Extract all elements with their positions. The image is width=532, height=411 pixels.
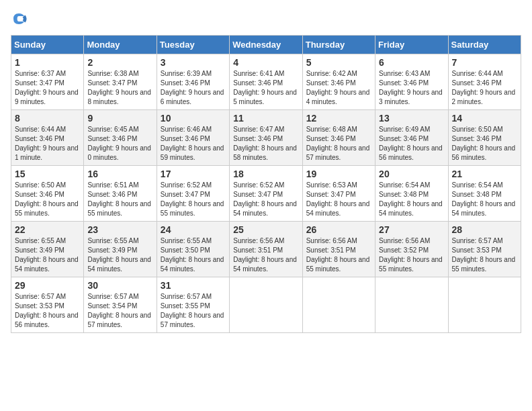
day-number: 13	[379, 113, 444, 124]
day-number: 18	[233, 169, 298, 179]
day-number: 1	[15, 57, 80, 68]
calendar-cell: 5 Sunrise: 6:42 AM Sunset: 3:46 PM Dayli…	[302, 54, 375, 110]
calendar-cell	[230, 277, 302, 333]
calendar-table: SundayMondayTuesdayWednesdayThursdayFrid…	[11, 35, 521, 333]
calendar-cell: 8 Sunrise: 6:44 AM Sunset: 3:46 PM Dayli…	[11, 110, 84, 166]
calendar-cell: 13 Sunrise: 6:49 AM Sunset: 3:46 PM Dayl…	[375, 110, 448, 166]
calendar-cell: 15 Sunrise: 6:50 AM Sunset: 3:46 PM Dayl…	[11, 166, 84, 222]
day-number: 10	[161, 113, 226, 124]
day-number: 7	[452, 57, 517, 68]
calendar-cell: 11 Sunrise: 6:47 AM Sunset: 3:46 PM Dayl…	[230, 110, 302, 166]
day-number: 12	[306, 113, 371, 124]
day-info: Sunrise: 6:46 AM Sunset: 3:46 PM Dayligh…	[161, 125, 226, 163]
day-info: Sunrise: 6:56 AM Sunset: 3:51 PM Dayligh…	[233, 236, 298, 274]
calendar-cell: 1 Sunrise: 6:37 AM Sunset: 3:47 PM Dayli…	[11, 54, 84, 110]
day-number: 26	[306, 224, 371, 235]
day-info: Sunrise: 6:52 AM Sunset: 3:47 PM Dayligh…	[233, 181, 298, 218]
day-number: 15	[15, 169, 80, 179]
calendar-cell: 30 Sunrise: 6:57 AM Sunset: 3:54 PM Dayl…	[84, 277, 157, 333]
day-info: Sunrise: 6:37 AM Sunset: 3:47 PM Dayligh…	[15, 69, 80, 107]
day-number: 21	[452, 169, 517, 179]
calendar-cell	[448, 277, 521, 333]
day-number: 14	[452, 113, 517, 124]
day-number: 17	[161, 169, 226, 179]
calendar-cell: 19 Sunrise: 6:53 AM Sunset: 3:47 PM Dayl…	[302, 166, 375, 222]
day-number: 20	[379, 169, 444, 179]
calendar-cell: 29 Sunrise: 6:57 AM Sunset: 3:53 PM Dayl…	[11, 277, 84, 333]
day-number: 31	[161, 280, 226, 291]
day-number: 8	[15, 113, 80, 124]
day-info: Sunrise: 6:50 AM Sunset: 3:46 PM Dayligh…	[452, 125, 517, 163]
day-info: Sunrise: 6:51 AM Sunset: 3:46 PM Dayligh…	[87, 181, 152, 218]
calendar-week-row: 8 Sunrise: 6:44 AM Sunset: 3:46 PM Dayli…	[11, 110, 521, 166]
day-info: Sunrise: 6:49 AM Sunset: 3:46 PM Dayligh…	[379, 125, 444, 163]
calendar-cell: 3 Sunrise: 6:39 AM Sunset: 3:46 PM Dayli…	[157, 54, 229, 110]
calendar-cell: 18 Sunrise: 6:52 AM Sunset: 3:47 PM Dayl…	[230, 166, 302, 222]
weekday-header-row: SundayMondayTuesdayWednesdayThursdayFrid…	[11, 36, 521, 54]
calendar-cell: 26 Sunrise: 6:56 AM Sunset: 3:51 PM Dayl…	[302, 222, 375, 277]
logo	[11, 11, 30, 27]
calendar-cell: 25 Sunrise: 6:56 AM Sunset: 3:51 PM Dayl…	[230, 222, 302, 277]
calendar-week-row: 1 Sunrise: 6:37 AM Sunset: 3:47 PM Dayli…	[11, 54, 521, 110]
calendar-cell: 2 Sunrise: 6:38 AM Sunset: 3:47 PM Dayli…	[84, 54, 157, 110]
calendar-cell: 12 Sunrise: 6:48 AM Sunset: 3:46 PM Dayl…	[302, 110, 375, 166]
day-number: 30	[87, 280, 152, 291]
day-info: Sunrise: 6:53 AM Sunset: 3:47 PM Dayligh…	[306, 181, 371, 218]
day-number: 9	[87, 113, 152, 124]
day-info: Sunrise: 6:54 AM Sunset: 3:48 PM Dayligh…	[379, 181, 444, 218]
calendar-cell: 10 Sunrise: 6:46 AM Sunset: 3:46 PM Dayl…	[157, 110, 229, 166]
day-info: Sunrise: 6:42 AM Sunset: 3:46 PM Dayligh…	[306, 69, 371, 107]
day-info: Sunrise: 6:54 AM Sunset: 3:48 PM Dayligh…	[452, 181, 517, 218]
day-info: Sunrise: 6:45 AM Sunset: 3:46 PM Dayligh…	[87, 125, 152, 163]
day-info: Sunrise: 6:43 AM Sunset: 3:46 PM Dayligh…	[379, 69, 444, 107]
calendar-cell	[375, 277, 448, 333]
day-number: 16	[87, 169, 152, 179]
day-info: Sunrise: 6:55 AM Sunset: 3:49 PM Dayligh…	[15, 236, 80, 274]
day-number: 22	[15, 224, 80, 235]
weekday-header-tuesday: Tuesday	[157, 36, 229, 54]
day-info: Sunrise: 6:57 AM Sunset: 3:53 PM Dayligh…	[452, 236, 517, 274]
calendar-cell: 4 Sunrise: 6:41 AM Sunset: 3:46 PM Dayli…	[230, 54, 302, 110]
calendar-cell: 7 Sunrise: 6:44 AM Sunset: 3:46 PM Dayli…	[448, 54, 521, 110]
day-number: 28	[452, 224, 517, 235]
day-info: Sunrise: 6:48 AM Sunset: 3:46 PM Dayligh…	[306, 125, 371, 163]
calendar-cell	[302, 277, 375, 333]
calendar-cell: 14 Sunrise: 6:50 AM Sunset: 3:46 PM Dayl…	[448, 110, 521, 166]
day-info: Sunrise: 6:57 AM Sunset: 3:53 PM Dayligh…	[15, 292, 80, 330]
day-info: Sunrise: 6:38 AM Sunset: 3:47 PM Dayligh…	[87, 69, 152, 107]
calendar-cell: 17 Sunrise: 6:52 AM Sunset: 3:47 PM Dayl…	[157, 166, 229, 222]
calendar-week-row: 22 Sunrise: 6:55 AM Sunset: 3:49 PM Dayl…	[11, 222, 521, 277]
calendar-cell: 23 Sunrise: 6:55 AM Sunset: 3:49 PM Dayl…	[84, 222, 157, 277]
day-number: 2	[87, 57, 152, 68]
day-info: Sunrise: 6:47 AM Sunset: 3:46 PM Dayligh…	[233, 125, 298, 163]
day-number: 3	[161, 57, 226, 68]
calendar-cell: 20 Sunrise: 6:54 AM Sunset: 3:48 PM Dayl…	[375, 166, 448, 222]
weekday-header-saturday: Saturday	[448, 36, 521, 54]
day-info: Sunrise: 6:55 AM Sunset: 3:49 PM Dayligh…	[87, 236, 152, 274]
weekday-header-sunday: Sunday	[11, 36, 84, 54]
day-info: Sunrise: 6:56 AM Sunset: 3:51 PM Dayligh…	[306, 236, 371, 274]
weekday-header-friday: Friday	[375, 36, 448, 54]
calendar-cell: 27 Sunrise: 6:56 AM Sunset: 3:52 PM Dayl…	[375, 222, 448, 277]
day-number: 29	[15, 280, 80, 291]
day-info: Sunrise: 6:44 AM Sunset: 3:46 PM Dayligh…	[452, 69, 517, 107]
day-number: 23	[87, 224, 152, 235]
weekday-header-monday: Monday	[84, 36, 157, 54]
day-info: Sunrise: 6:50 AM Sunset: 3:46 PM Dayligh…	[15, 181, 80, 218]
day-info: Sunrise: 6:39 AM Sunset: 3:46 PM Dayligh…	[161, 69, 226, 107]
day-number: 24	[161, 224, 226, 235]
calendar-cell: 21 Sunrise: 6:54 AM Sunset: 3:48 PM Dayl…	[448, 166, 521, 222]
day-number: 6	[379, 57, 444, 68]
calendar-cell: 22 Sunrise: 6:55 AM Sunset: 3:49 PM Dayl…	[11, 222, 84, 277]
day-info: Sunrise: 6:57 AM Sunset: 3:55 PM Dayligh…	[161, 292, 226, 330]
calendar-cell: 6 Sunrise: 6:43 AM Sunset: 3:46 PM Dayli…	[375, 54, 448, 110]
day-info: Sunrise: 6:44 AM Sunset: 3:46 PM Dayligh…	[15, 125, 80, 163]
calendar-cell: 28 Sunrise: 6:57 AM Sunset: 3:53 PM Dayl…	[448, 222, 521, 277]
weekday-header-wednesday: Wednesday	[230, 36, 302, 54]
day-number: 27	[379, 224, 444, 235]
page-header	[11, 11, 521, 27]
weekday-header-thursday: Thursday	[302, 36, 375, 54]
day-info: Sunrise: 6:57 AM Sunset: 3:54 PM Dayligh…	[87, 292, 152, 330]
day-info: Sunrise: 6:55 AM Sunset: 3:50 PM Dayligh…	[161, 236, 226, 274]
calendar-cell: 16 Sunrise: 6:51 AM Sunset: 3:46 PM Dayl…	[84, 166, 157, 222]
